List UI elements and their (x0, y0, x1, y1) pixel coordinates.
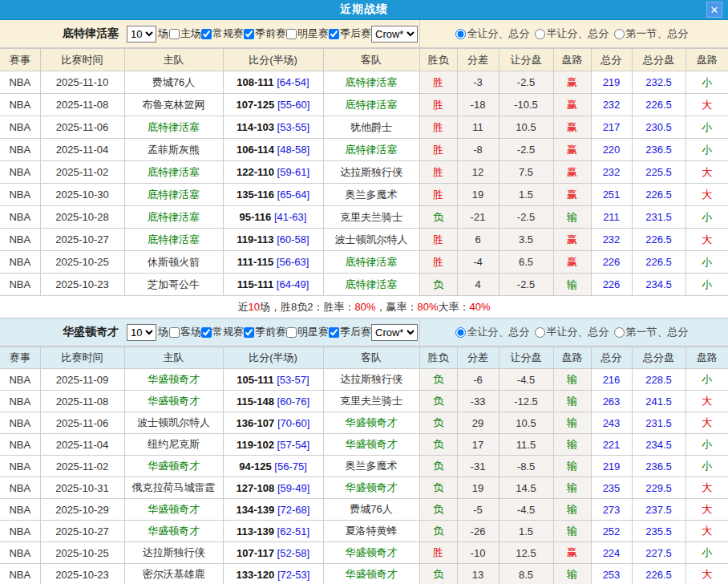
filter-checkbox-2[interactable]: 常规赛 (201, 325, 244, 339)
checkbox-input[interactable] (329, 29, 339, 39)
result-cell: 负 (419, 274, 457, 296)
score-cell: 115-148 [60-76] (223, 391, 323, 412)
radio-input[interactable] (535, 29, 545, 39)
date-cell: 2025-10-27 (40, 229, 124, 251)
checkbox-input[interactable] (201, 29, 212, 39)
table-row: NBA2025-11-04孟菲斯灰熊106-114 [48-58]底特律活塞胜-… (0, 139, 728, 161)
checkbox-input[interactable] (169, 327, 180, 338)
result-cell: 胜 (419, 251, 457, 274)
results-rows: NBA2025-11-09华盛顿奇才105-111 [53-57]达拉斯独行侠负… (0, 369, 728, 584)
odds-company-select[interactable]: Crow* (371, 324, 418, 341)
result-cell: 胜 (419, 94, 457, 116)
result-cell: 负 (419, 521, 457, 542)
league-cell: NBA (0, 71, 40, 94)
league-cell: NBA (0, 499, 40, 521)
checkbox-input[interactable] (286, 29, 297, 39)
radio-option-1[interactable]: 全让分、总分 (455, 325, 530, 339)
radio-option-2[interactable]: 半让分、总分 (535, 325, 609, 339)
radio-input[interactable] (614, 29, 625, 39)
table-row: NBA2025-10-30底特律活塞135-116 [65-64]奥兰多魔术胜1… (0, 184, 728, 206)
checkbox-input[interactable] (169, 29, 180, 39)
radio-label: 全让分、总分 (467, 325, 530, 339)
over-under-cell: 大 (686, 412, 728, 434)
checkbox-input[interactable] (244, 29, 254, 39)
column-header: 比赛时间 (40, 49, 124, 71)
checkbox-input[interactable] (201, 327, 212, 338)
handicap-result-cell: 赢 (553, 139, 591, 161)
checkbox-label: 常规赛 (212, 26, 244, 41)
odds-company-select[interactable]: Crow* (371, 26, 418, 43)
radio-input[interactable] (614, 327, 625, 338)
filter-checkbox-1[interactable]: 主场 (169, 26, 201, 41)
checkbox-input[interactable] (329, 327, 339, 338)
date-cell: 2025-11-06 (40, 412, 124, 434)
league-cell: NBA (0, 274, 40, 296)
total-line-cell: 234.5 (632, 434, 686, 456)
total-points-cell: 217 (591, 116, 632, 139)
away-team-cell: 底特律活塞 (323, 139, 419, 161)
radio-option-2[interactable]: 半让分、总分 (535, 26, 609, 41)
filter-checkbox-3[interactable]: 季前赛 (244, 26, 286, 41)
recent-results-panel: 近期战绩 ✕ 底特律活塞10场主场常规赛季前赛明星赛季后赛Crow*全让分、总分… (0, 0, 728, 584)
column-header: 分差 (457, 49, 499, 71)
score-cell: 122-110 [59-61] (223, 161, 323, 184)
handicap-line-cell: 10.5 (499, 412, 553, 434)
home-team-cell: 达拉斯独行侠 (124, 542, 223, 564)
score-cell: 133-120 [72-53] (223, 564, 323, 584)
checkbox-input[interactable] (286, 327, 297, 338)
filter-checkbox-5[interactable]: 季后赛 (329, 26, 371, 41)
result-cell: 负 (419, 391, 457, 412)
handicap-result-cell: 输 (553, 412, 591, 434)
date-cell: 2025-10-25 (40, 251, 124, 274)
filter-checkbox-3[interactable]: 季前赛 (244, 325, 286, 339)
column-header: 总分 (591, 347, 632, 369)
radio-input[interactable] (535, 327, 545, 338)
close-button[interactable]: ✕ (706, 2, 722, 18)
handicap-line-cell: 10.5 (499, 116, 553, 139)
filter-checkbox-4[interactable]: 明星赛 (286, 26, 329, 41)
league-cell: NBA (0, 564, 40, 584)
league-cell: NBA (0, 139, 40, 161)
filter-checkbox-5[interactable]: 季后赛 (329, 325, 371, 339)
result-cell: 负 (419, 434, 457, 456)
radio-option-3[interactable]: 第一节、总分 (614, 325, 689, 339)
handicap-result-cell: 输 (553, 564, 591, 584)
score-cell: 105-111 [53-57] (223, 369, 323, 391)
handicap-result-cell: 赢 (553, 251, 591, 274)
column-header: 盘路 (553, 347, 591, 369)
filter-checkbox-4[interactable]: 明星赛 (286, 325, 329, 339)
total-points-cell: 263 (591, 391, 632, 412)
team-name-label: 华盛顿奇才 (63, 325, 119, 339)
summary-segment: 80% (417, 301, 438, 313)
over-under-cell: 小 (686, 456, 728, 477)
checkbox-input[interactable] (244, 327, 254, 338)
over-under-cell: 大 (686, 391, 728, 412)
total-line-cell: 226.5 (632, 564, 686, 584)
radio-input[interactable] (455, 327, 466, 338)
handicap-result-cell: 输 (553, 477, 591, 499)
home-team-cell: 底特律活塞 (124, 184, 223, 206)
handicap-line-cell: -2.5 (499, 139, 553, 161)
away-team-cell: 底特律活塞 (323, 251, 419, 274)
over-under-cell: 大 (686, 184, 728, 206)
over-under-cell: 大 (686, 564, 728, 584)
handicap-result-cell: 输 (553, 206, 591, 229)
league-cell: NBA (0, 412, 40, 434)
handicap-result-cell: 输 (553, 391, 591, 412)
games-count-select[interactable]: 10 (127, 324, 156, 341)
radio-option-3[interactable]: 第一节、总分 (614, 26, 689, 41)
home-team-cell: 底特律活塞 (124, 116, 223, 139)
over-under-cell: 小 (686, 542, 728, 564)
table-row: NBA2025-11-09华盛顿奇才105-111 [53-57]达拉斯独行侠负… (0, 369, 728, 391)
radio-input[interactable] (455, 29, 466, 39)
filter-checkbox-1[interactable]: 客场 (169, 325, 201, 339)
league-cell: NBA (0, 477, 40, 499)
radio-option-1[interactable]: 全让分、总分 (455, 26, 530, 41)
total-points-cell: 273 (591, 499, 632, 521)
over-under-cell: 小 (686, 434, 728, 456)
handicap-result-cell: 赢 (553, 542, 591, 564)
away-team-cell: 奥兰多魔术 (323, 184, 419, 206)
handicap-line-cell: -2.5 (499, 71, 553, 94)
filter-checkbox-2[interactable]: 常规赛 (201, 26, 244, 41)
games-count-select[interactable]: 10 (127, 26, 156, 43)
